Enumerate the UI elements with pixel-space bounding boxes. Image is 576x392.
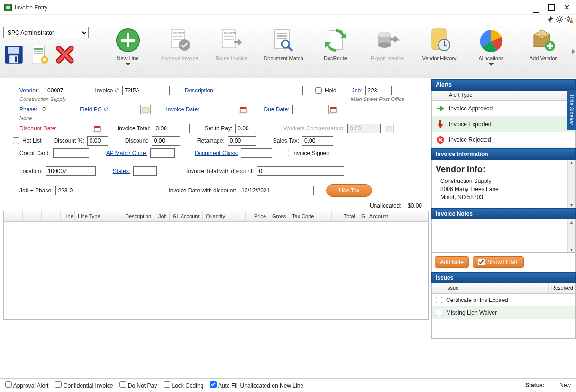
credit-card-field[interactable] [53,148,89,158]
issue-row-lien[interactable]: Missing Lien Waiver [432,307,575,319]
approval-alert-option[interactable]: Approval Alert [5,381,48,389]
add-vendor-button[interactable]: Add Vendor [518,27,568,61]
new-invoice-button[interactable] [29,44,50,65]
doc-route-button[interactable]: DocRoute [311,27,360,61]
sales-tax-field[interactable] [302,136,333,146]
invoice-signed-checkbox[interactable] [283,150,289,156]
show-html-checkbox[interactable] [478,259,485,265]
alert-row-approved[interactable]: Invoice Approved [432,101,575,117]
vendor-label[interactable]: Vendor: [19,87,39,94]
issue-row-cert[interactable]: Certificate of Ins Expired [432,294,575,307]
job-label[interactable]: Job: [352,87,363,94]
total-disc-field[interactable] [257,166,344,176]
new-line-dropdown-icon[interactable] [125,63,131,66]
doc-class-label[interactable]: Document Class: [195,150,238,156]
alert-type-col[interactable]: Alert Type [446,91,575,100]
discount-field[interactable] [152,136,180,146]
invoice-date-label[interactable]: Invoice Date: [166,106,199,113]
phase-label[interactable]: Phase: [19,106,37,113]
toolbar-overflow-icon[interactable] [572,49,575,55]
col-total[interactable]: Total [332,211,358,221]
vendor-history-button[interactable]: Vendor History [414,27,464,61]
col-line[interactable]: Line [61,211,75,221]
pin-icon[interactable] [546,16,554,25]
invoice-date-field[interactable] [202,105,235,114]
issue-col[interactable]: Issue [443,283,549,293]
discount-date-label[interactable]: Discount Date: [19,125,57,132]
lines-grid[interactable]: Line Line Type Description Job GL Accoun… [3,211,429,320]
col-gl-account[interactable]: GL Account [170,211,203,221]
col-description[interactable]: Description [122,211,155,221]
col-price[interactable]: Price [246,211,269,221]
ap-match-label[interactable]: AP Match Code: [106,150,147,156]
due-date-label[interactable]: Due Date: [264,106,289,113]
due-date-field[interactable] [292,105,325,114]
col-job[interactable]: Job [155,211,170,221]
job-phase-field[interactable] [55,186,151,195]
do-not-pay-option[interactable]: Do Not Pay [119,381,157,389]
states-label[interactable]: States: [113,168,130,174]
phase-field[interactable] [40,105,64,114]
close-button[interactable]: ✕ [563,4,570,11]
allocations-dropdown-icon[interactable] [488,63,494,66]
issue-cert-checkbox[interactable] [436,297,442,303]
vendor-field[interactable] [42,86,70,95]
hide-sidebar-button[interactable]: Hide Sidebar [567,90,576,130]
ap-match-field[interactable] [150,148,175,158]
col-gl-account-2[interactable]: GL Account [358,211,428,221]
hold-checkbox[interactable] [315,87,322,94]
export-invoice-button[interactable]: Export Invoice [363,27,412,61]
set-to-pay-field[interactable] [235,124,268,133]
due-date-calendar-icon[interactable] [328,105,338,114]
unallocated-value: $0.00 [408,202,422,209]
discount-date-calendar-icon[interactable] [92,124,102,133]
issue-lien-checkbox[interactable] [436,310,442,316]
col-gross[interactable]: Gross [269,211,289,221]
hot-list-checkbox[interactable] [13,137,19,144]
alert-row-exported[interactable]: Invoice Exported [432,117,575,132]
document-match-button[interactable]: Document Match [259,27,309,61]
show-html-toggle[interactable]: Show HTML [473,256,524,268]
minimize-button[interactable] [533,4,539,11]
location-field[interactable] [46,166,96,176]
use-tax-button[interactable]: Use Tax [326,184,372,197]
lock-coding-option[interactable]: Lock Coding [164,381,203,389]
col-quantity[interactable]: Quantity [203,211,246,221]
alert-row-rejected[interactable]: Invoice Rejected [432,132,575,148]
invoice-notes-area[interactable]: ▴▾ [431,219,576,253]
field-po-field[interactable] [111,105,137,114]
invoice-num-field[interactable] [122,86,170,95]
col-tax-code[interactable]: Tax Code [289,211,332,221]
resolved-col[interactable]: Resolved [549,283,575,293]
invoice-total-field[interactable] [154,124,190,133]
description-label[interactable]: Description: [185,87,215,94]
add-note-button[interactable]: Add Note [435,256,469,268]
delete-button[interactable] [55,44,75,65]
svg-rect-18 [173,36,183,37]
date-disc-field[interactable] [239,186,314,195]
discount-date-field[interactable] [60,124,89,133]
maximize-button[interactable] [548,4,555,11]
doc-class-field[interactable] [241,148,272,158]
new-line-button[interactable]: New Line [103,27,153,61]
auto-fill-option[interactable]: Auto Fill Unallocated on New Line [210,381,303,389]
states-field[interactable] [133,166,157,176]
allocations-button[interactable]: Allocations [466,27,516,61]
user-select[interactable]: SPC Administrator [3,27,89,38]
confidential-option[interactable]: Confidential Invoice [55,381,113,389]
grid-header: Line Line Type Description Job GL Accoun… [4,211,428,222]
invoice-total-label: Invoice Total: [118,125,151,132]
description-field[interactable] [218,86,303,95]
invoice-date-calendar-icon[interactable] [238,105,248,114]
gear-icon[interactable] [556,16,563,25]
field-po-label[interactable]: Field PO #: [80,106,108,113]
gear-alert-icon[interactable] [565,16,573,25]
save-button[interactable] [3,44,24,65]
col-line-type[interactable]: Line Type [75,211,122,221]
discount-pct-field[interactable] [87,136,108,146]
job-field[interactable] [365,86,392,95]
retainage-field[interactable] [228,136,256,146]
approve-invoice-button[interactable]: INVOICE Approve Invoice [155,27,205,61]
field-po-picker-icon[interactable] [140,105,151,114]
route-invoice-button[interactable]: INVOICE Route Invoice [207,27,256,61]
